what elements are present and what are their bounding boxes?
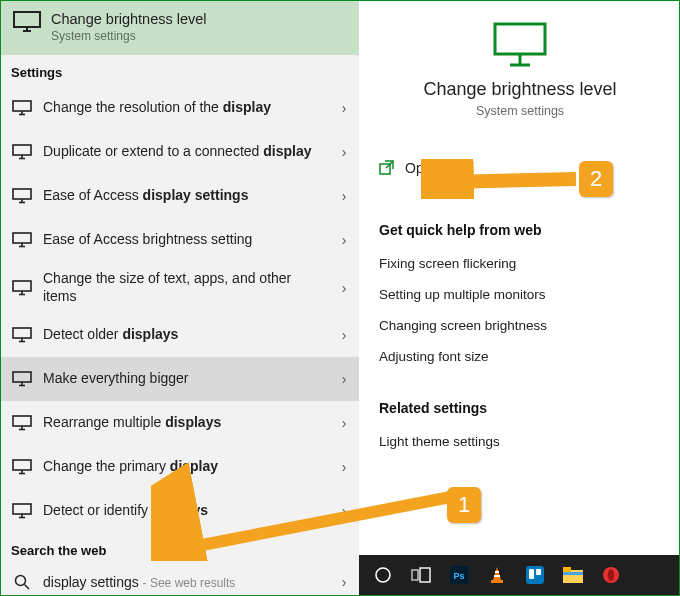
chevron-right-icon: › xyxy=(335,188,353,204)
svg-rect-18 xyxy=(13,328,31,338)
settings-result-item[interactable]: Rearrange multiple displays› xyxy=(1,401,359,445)
help-link[interactable]: Fixing screen flickering xyxy=(379,248,661,279)
search-icon xyxy=(11,574,33,590)
svg-rect-15 xyxy=(13,281,31,291)
settings-result-label: Rearrange multiple displays xyxy=(43,414,325,432)
settings-result-item[interactable]: Change the resolution of the display› xyxy=(1,86,359,130)
start-menu-search-flyout: Change brightness level System settings … xyxy=(0,0,680,596)
monitor-icon xyxy=(11,280,33,296)
chevron-right-icon: › xyxy=(335,280,353,296)
chevron-right-icon: › xyxy=(335,574,353,590)
svg-marker-47 xyxy=(493,567,501,580)
file-explorer-icon[interactable] xyxy=(563,565,583,585)
monitor-icon xyxy=(11,188,33,204)
svg-rect-44 xyxy=(420,568,430,582)
open-icon xyxy=(379,160,395,176)
quick-help-title: Get quick help from web xyxy=(379,222,661,238)
monitor-icon xyxy=(11,459,33,475)
related-settings-block: Related settings Light theme settings xyxy=(379,400,661,457)
settings-result-label: Change the primary display xyxy=(43,458,325,476)
svg-rect-52 xyxy=(529,569,534,579)
trello-icon[interactable] xyxy=(525,565,545,585)
settings-result-item[interactable]: Make everything bigger› xyxy=(1,357,359,401)
settings-result-label: Change the resolution of the display xyxy=(43,99,325,117)
settings-result-item[interactable]: Change the size of text, apps, and other… xyxy=(1,262,359,313)
monitor-icon xyxy=(13,11,41,33)
svg-rect-27 xyxy=(13,460,31,470)
open-action[interactable]: Open xyxy=(379,156,661,180)
svg-rect-9 xyxy=(13,189,31,199)
svg-rect-12 xyxy=(13,233,31,243)
svg-rect-50 xyxy=(491,580,503,583)
details-panel: Change brightness level System settings … xyxy=(359,1,679,595)
details-title: Change brightness level xyxy=(379,79,661,100)
chevron-right-icon: › xyxy=(335,503,353,519)
search-results-panel: Change brightness level System settings … xyxy=(1,1,359,595)
chevron-right-icon: › xyxy=(335,327,353,343)
svg-rect-48 xyxy=(495,571,499,573)
settings-result-item[interactable]: Detect older displays› xyxy=(1,313,359,357)
settings-result-label: Change the size of text, apps, and other… xyxy=(43,270,325,305)
opera-icon[interactable] xyxy=(601,565,621,585)
settings-result-item[interactable]: Detect or identify displays› xyxy=(1,489,359,533)
help-link[interactable]: Setting up multiple monitors xyxy=(379,279,661,310)
best-match-subtitle: System settings xyxy=(51,29,207,43)
settings-result-item[interactable]: Duplicate or extend to a connected displ… xyxy=(1,130,359,174)
svg-rect-3 xyxy=(13,101,31,111)
settings-result-label: Detect or identify displays xyxy=(43,502,325,520)
vlc-icon[interactable] xyxy=(487,565,507,585)
svg-rect-55 xyxy=(563,567,571,572)
svg-rect-6 xyxy=(13,145,31,155)
settings-result-item[interactable]: Ease of Access display settings› xyxy=(1,174,359,218)
cortana-icon[interactable] xyxy=(373,565,393,585)
settings-result-label: Duplicate or extend to a connected displ… xyxy=(43,143,325,161)
best-match-text: Change brightness level System settings xyxy=(51,11,207,43)
settings-result-label: Make everything bigger xyxy=(43,370,325,388)
monitor-icon xyxy=(11,144,33,160)
monitor-icon xyxy=(11,232,33,248)
svg-rect-21 xyxy=(13,372,31,382)
settings-result-item[interactable]: Change the primary display› xyxy=(1,445,359,489)
photoshop-icon[interactable]: Ps xyxy=(449,565,469,585)
search-web-section-label: Search the web xyxy=(1,533,359,564)
help-link[interactable]: Changing screen brightness xyxy=(379,310,661,341)
monitor-icon xyxy=(11,415,33,431)
monitor-icon xyxy=(11,327,33,343)
settings-results-list: Change the resolution of the display›Dup… xyxy=(1,86,359,533)
svg-rect-49 xyxy=(494,575,500,577)
svg-rect-53 xyxy=(536,569,541,575)
monitor-icon xyxy=(11,100,33,116)
details-subtitle: System settings xyxy=(379,104,661,118)
open-label: Open xyxy=(405,160,439,176)
chevron-right-icon: › xyxy=(335,415,353,431)
svg-rect-51 xyxy=(526,566,544,584)
help-link[interactable]: Adjusting font size xyxy=(379,341,661,372)
svg-rect-24 xyxy=(13,416,31,426)
best-match-title: Change brightness level xyxy=(51,11,207,27)
monitor-icon xyxy=(11,503,33,519)
quick-help-list: Fixing screen flickeringSetting up multi… xyxy=(379,248,661,372)
settings-result-label: Ease of Access display settings xyxy=(43,187,325,205)
svg-rect-0 xyxy=(14,12,40,27)
related-settings-title: Related settings xyxy=(379,400,661,416)
settings-result-label: Detect older displays xyxy=(43,326,325,344)
settings-result-label: Ease of Access brightness setting xyxy=(43,231,325,249)
svg-point-58 xyxy=(608,569,614,581)
monitor-icon xyxy=(11,371,33,387)
svg-rect-56 xyxy=(563,572,583,575)
details-icon xyxy=(379,21,661,69)
task-view-icon[interactable] xyxy=(411,565,431,585)
svg-point-42 xyxy=(376,568,390,582)
svg-rect-37 xyxy=(495,24,545,54)
best-match-card[interactable]: Change brightness level System settings xyxy=(1,1,359,55)
chevron-right-icon: › xyxy=(335,100,353,116)
related-link[interactable]: Light theme settings xyxy=(379,426,661,457)
quick-help-block: Get quick help from web Fixing screen fl… xyxy=(379,222,661,372)
svg-point-33 xyxy=(16,576,26,586)
settings-result-item[interactable]: Ease of Access brightness setting› xyxy=(1,218,359,262)
web-result-item[interactable]: display settings - See web results › xyxy=(1,564,359,596)
chevron-right-icon: › xyxy=(335,232,353,248)
svg-rect-43 xyxy=(412,570,418,580)
settings-section-label: Settings xyxy=(1,55,359,86)
chevron-right-icon: › xyxy=(335,371,353,387)
